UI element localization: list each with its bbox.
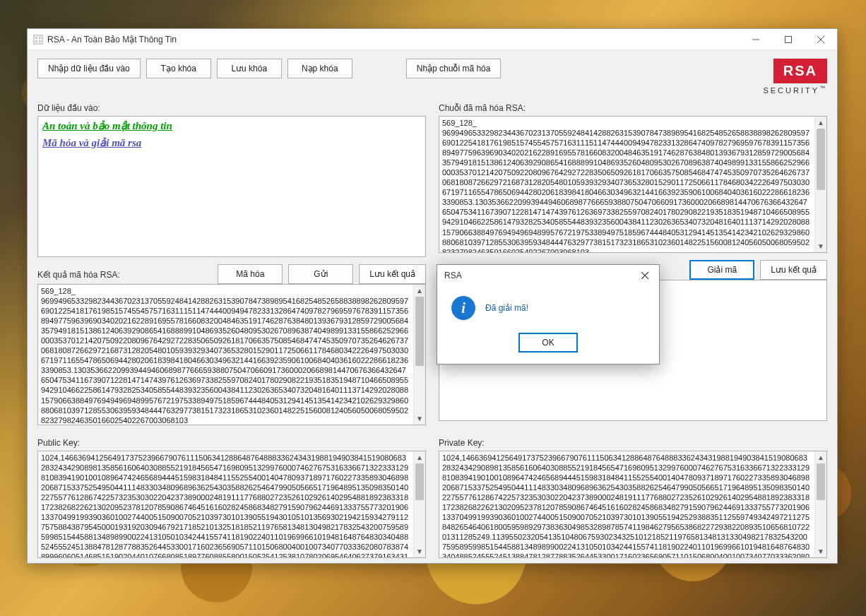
titlebar: RSA - An Toàn Bảo Mật Thông Tin [28, 29, 837, 50]
save-key-button[interactable]: Lưu khóa [217, 59, 282, 78]
save-result-left-button[interactable]: Lưu kết quả [359, 264, 426, 284]
scroll-up-icon[interactable]: ▲ [414, 451, 425, 463]
scroll-up-icon[interactable]: ▲ [414, 285, 425, 297]
scroll-up-icon[interactable]: ▲ [815, 117, 826, 129]
cipher-label: Chuỗi đã mã hóa RSA: [439, 103, 827, 113]
scroll-down-icon[interactable]: ▼ [815, 545, 826, 557]
cipher-textbox[interactable]: 569_128_ 9699496533298234436702313705592… [439, 116, 827, 253]
window-title: RSA - An Toàn Bảo Mật Thông Tin [47, 35, 177, 45]
svg-rect-3 [35, 40, 38, 42]
public-key-text: 1024,14663694125649173752396679076111506… [38, 451, 413, 557]
public-key-textbox[interactable]: 1024,14663694125649173752396679076111506… [37, 451, 426, 558]
scroll-down-icon[interactable]: ▼ [414, 545, 425, 557]
input-line-2: Mã hóa và giải mã rsa [42, 136, 421, 149]
cipher-header: 569_128_ [442, 119, 477, 127]
svg-rect-2 [39, 36, 42, 39]
messagebox-titlebar: RSA [437, 265, 659, 286]
private-key-text: 1024,14663694125649173752396679076111506… [439, 451, 814, 557]
svg-rect-1 [35, 36, 38, 39]
private-key-label: Private Key: [439, 438, 827, 448]
main-window: RSA - An Toàn Bảo Mật Thông Tin Nhập dữ … [27, 28, 838, 564]
input-richtext[interactable]: An toàn và bảo mật thông tin Mã hóa và g… [37, 116, 426, 257]
scrollbar[interactable]: ▲ ▼ [814, 117, 826, 252]
encrypt-button[interactable]: Mã hóa [218, 264, 283, 284]
generate-key-button[interactable]: Tạo khóa [146, 59, 211, 78]
private-key-textbox[interactable]: 1024,14663694125649173752396679076111506… [439, 451, 827, 558]
send-button[interactable]: Gửi [288, 264, 353, 284]
window-controls [740, 29, 837, 50]
encrypt-result-label: Kết quả mã hóa RSA: [37, 270, 120, 280]
scroll-down-icon[interactable]: ▼ [815, 240, 826, 252]
minimize-button[interactable] [740, 29, 772, 50]
cipher-text: 9699496533298234436702313705592484142882… [442, 129, 809, 252]
rsa-logo: RSA SECURITY™ [763, 59, 827, 95]
rsa-logo-mark: RSA [773, 59, 827, 83]
scrollbar[interactable]: ▲ ▼ [814, 451, 826, 557]
info-icon: i [451, 296, 475, 320]
svg-rect-4 [39, 40, 42, 42]
encrypt-result-textbox[interactable]: 569_128_ 9699496533298234436702313705592… [37, 284, 426, 425]
messagebox-close-button[interactable] [631, 265, 659, 286]
messagebox-ok-button[interactable]: OK [518, 333, 578, 353]
scroll-up-icon[interactable]: ▲ [815, 451, 826, 463]
messagebox-dialog: RSA i Đã giải mã! OK [437, 264, 660, 365]
save-result-right-button[interactable]: Lưu kết quả [760, 260, 827, 280]
maximize-button[interactable] [772, 29, 805, 50]
input-label: Dữ liệu đầu vào: [37, 103, 426, 113]
input-cipher-button[interactable]: Nhập chuỗi mã hóa [406, 59, 502, 78]
load-key-button[interactable]: Nạp khóa [287, 59, 352, 78]
decrypt-button[interactable]: Giải mã [689, 260, 754, 280]
scrollbar[interactable]: ▲ ▼ [413, 285, 425, 425]
input-data-button[interactable]: Nhập dữ liệu đầu vào [37, 59, 141, 78]
rsa-logo-subtitle: SECURITY™ [763, 85, 827, 95]
app-icon [33, 35, 43, 45]
messagebox-title: RSA [444, 271, 462, 280]
messagebox-message: Đã giải mã! [485, 303, 528, 313]
public-key-label: Public Key: [37, 438, 426, 448]
input-line-1: An toàn và bảo mật thông tin [42, 119, 421, 132]
encrypt-result-header: 569_128_ [41, 287, 76, 295]
close-button[interactable] [805, 29, 837, 50]
svg-rect-5 [785, 36, 792, 42]
scrollbar[interactable]: ▲ ▼ [413, 451, 425, 557]
scroll-down-icon[interactable]: ▼ [414, 413, 425, 425]
encrypt-result-text: 9699496533298234436702313705592484142882… [41, 297, 408, 425]
